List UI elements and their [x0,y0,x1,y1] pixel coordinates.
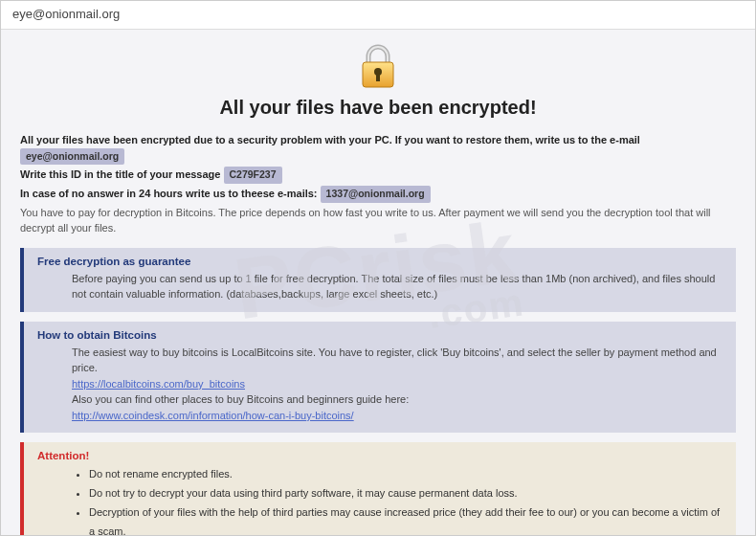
lock-icon [355,43,401,89]
intro-block: All your files have been encrypted due t… [20,132,736,236]
bitcoins-body: The easiest way to buy bitcoins is Local… [37,345,724,424]
intro-line3: In case of no answer in 24 hours write u… [20,188,318,199]
id-pill: C279F237 [224,167,282,184]
guarantee-body: Before paying you can send us up to 1 fi… [37,271,724,302]
attention-item: Decryption of your files with the help o… [89,503,724,536]
intro-line1: All your files have been encrypted due t… [20,134,640,145]
email-pill-2: 1337@onionmail.org [321,186,431,203]
svg-rect-2 [376,74,380,81]
guarantee-title: Free decryption as guarantee [37,256,724,267]
section-attention: Attention! Do not rename encrypted files… [20,442,736,536]
bitcoins-text2: Also you can find other places to buy Bi… [72,391,724,408]
email-pill-1: eye@onionmail.org [20,148,124,166]
bitcoins-link1[interactable]: https://localbitcoins.com/buy_bitcoins [72,378,245,390]
section-guarantee: Free decryption as guarantee Before payi… [20,248,736,312]
headline: All your files have been encrypted! [20,97,736,119]
attention-item: Do not try to decrypt your data using th… [89,484,724,503]
bitcoins-text1: The easiest way to buy bitcoins is Local… [72,345,724,376]
attention-list: Do not rename encrypted files. Do not tr… [37,465,724,536]
attention-title: Attention! [37,450,724,461]
window-titlebar: eye@onionmail.org [1,1,755,30]
bitcoins-link2[interactable]: http://www.coindesk.com/information/how-… [72,410,354,421]
intro-line2: Write this ID in the title of your messa… [20,168,220,180]
content-area: PCrisk .com All your files have been enc… [1,30,755,535]
window-title: eye@onionmail.org [12,7,120,21]
section-bitcoins: How to obtain Bitcoins The easiest way t… [20,322,736,434]
attention-item: Do not rename encrypted files. [89,465,724,484]
lock-wrap [20,43,736,91]
payment-note: You have to pay for decryption in Bitcoi… [20,205,736,236]
bitcoins-title: How to obtain Bitcoins [37,329,724,341]
